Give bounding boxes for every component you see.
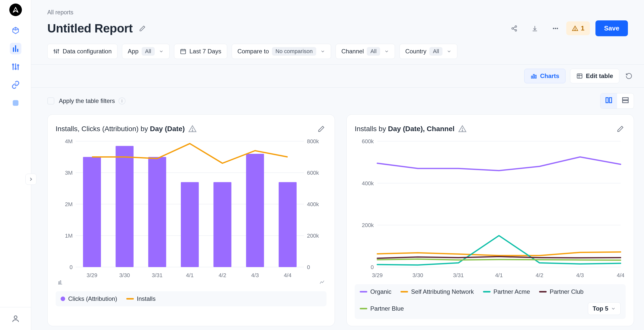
- svg-point-11: [515, 26, 517, 27]
- share-button[interactable]: [509, 23, 519, 34]
- nav-item-app[interactable]: [10, 97, 21, 109]
- more-button[interactable]: [550, 23, 561, 34]
- apply-table-filters-checkbox[interactable]: [47, 97, 54, 104]
- legend-swatch: [61, 297, 65, 301]
- app-filter[interactable]: App All: [122, 44, 170, 59]
- refresh-button[interactable]: [624, 71, 634, 81]
- data-configuration-label: Data configuration: [63, 48, 112, 55]
- nav-item-link[interactable]: [10, 79, 21, 91]
- nav-item-sliders[interactable]: [10, 61, 21, 72]
- legend-swatch: [400, 291, 408, 292]
- svg-point-20: [575, 29, 575, 30]
- legend-item[interactable]: Partner Blue: [360, 305, 404, 312]
- chart-right-legend: OrganicSelf Attributing NetworkPartner A…: [355, 284, 626, 319]
- rename-button[interactable]: [137, 23, 148, 34]
- svg-text:400k: 400k: [362, 180, 374, 187]
- edit-table-button[interactable]: Edit table: [570, 69, 619, 83]
- svg-rect-9: [13, 100, 18, 106]
- svg-text:3/31: 3/31: [453, 272, 464, 278]
- svg-text:4/3: 4/3: [576, 272, 584, 278]
- country-filter[interactable]: Country All: [399, 44, 458, 59]
- legend-label: Clicks (Attribution): [68, 295, 117, 302]
- save-button[interactable]: Save: [595, 20, 628, 36]
- chart-options-row: Apply the table filters i: [31, 88, 644, 114]
- data-configuration-button[interactable]: Data configuration: [47, 44, 117, 59]
- chart-left-edit-button[interactable]: [316, 124, 327, 134]
- info-icon[interactable]: i: [118, 97, 126, 104]
- svg-text:600k: 600k: [307, 170, 319, 176]
- compare-value: No comparison: [272, 47, 316, 56]
- svg-rect-39: [623, 98, 628, 100]
- charts-row: Installs, Clicks (Attribution) by Day (D…: [31, 114, 644, 330]
- svg-text:800k: 800k: [307, 139, 319, 144]
- nav-item-analytics[interactable]: [10, 43, 21, 54]
- svg-text:4/2: 4/2: [536, 272, 543, 278]
- svg-text:4/4: 4/4: [284, 272, 291, 278]
- chart-card-right: Installs by Day (Date), Channel 0200k400…: [346, 114, 634, 326]
- layout-columns[interactable]: [600, 93, 617, 108]
- svg-point-16: [553, 28, 554, 29]
- country-value: All: [429, 47, 442, 56]
- svg-point-7: [15, 68, 16, 69]
- download-button[interactable]: [530, 23, 540, 34]
- top-n-selector[interactable]: Top 5: [588, 302, 621, 315]
- warnings-pill[interactable]: 1: [566, 21, 590, 35]
- svg-text:3/30: 3/30: [413, 272, 423, 278]
- svg-rect-60: [148, 157, 166, 267]
- date-range-filter[interactable]: Last 7 Days: [174, 44, 227, 59]
- rail-expand-button[interactable]: [25, 174, 36, 185]
- chevron-down-icon: [611, 306, 616, 311]
- svg-rect-73: [59, 282, 59, 284]
- svg-rect-33: [535, 75, 536, 78]
- compare-label: Compare to: [237, 48, 269, 55]
- svg-rect-64: [279, 182, 297, 267]
- layout-rows[interactable]: [617, 93, 634, 108]
- svg-rect-74: [60, 281, 61, 284]
- svg-text:4/3: 4/3: [251, 272, 259, 278]
- svg-rect-61: [181, 182, 199, 267]
- chart-right-warning-icon[interactable]: [458, 125, 467, 133]
- svg-text:4/2: 4/2: [219, 272, 226, 278]
- legend-item[interactable]: Self Attributing Network: [400, 288, 474, 295]
- legend-label: Self Attributing Network: [411, 288, 474, 295]
- svg-rect-27: [181, 49, 186, 54]
- legend-item[interactable]: Clicks (Attribution): [61, 295, 117, 302]
- chart-left-plot: 01M2M3M4M0200k400k600k800k3/293/303/314/…: [56, 139, 327, 280]
- svg-rect-31: [531, 76, 532, 78]
- svg-line-15: [513, 29, 515, 30]
- svg-point-6: [12, 64, 13, 65]
- top-n-label: Top 5: [593, 305, 608, 312]
- chart-right-plot: 0200k400k600k3/293/303/314/14/24/34/4: [355, 139, 626, 280]
- chart-right-edit-button[interactable]: [615, 124, 626, 134]
- legend-swatch: [360, 291, 367, 292]
- page-title: Untitled Report: [47, 21, 133, 35]
- svg-point-10: [14, 316, 17, 319]
- legend-item[interactable]: Installs: [126, 295, 156, 302]
- nav-item-cube[interactable]: [10, 25, 21, 36]
- svg-text:1M: 1M: [65, 233, 72, 239]
- svg-line-14: [513, 27, 515, 28]
- svg-point-24: [54, 50, 55, 51]
- compare-filter[interactable]: Compare to No comparison: [232, 44, 331, 59]
- brand-logo[interactable]: [9, 4, 22, 16]
- chart-left-title: Installs, Clicks (Attribution) by Day (D…: [56, 125, 185, 133]
- svg-text:3/31: 3/31: [152, 272, 163, 278]
- svg-rect-34: [577, 74, 582, 78]
- legend-item[interactable]: Organic: [360, 288, 391, 295]
- legend-item[interactable]: Partner Acme: [483, 288, 530, 295]
- svg-text:4/4: 4/4: [617, 272, 624, 278]
- svg-text:600k: 600k: [362, 139, 374, 144]
- chart-card-left: Installs, Clicks (Attribution) by Day (D…: [47, 114, 335, 326]
- nav-account[interactable]: [0, 307, 31, 330]
- chart-right-title: Installs by Day (Date), Channel: [355, 125, 455, 133]
- legend-item[interactable]: Partner Club: [539, 288, 584, 295]
- channel-filter[interactable]: Channel All: [336, 44, 395, 59]
- svg-point-26: [58, 49, 59, 50]
- charts-view-button[interactable]: Charts: [524, 69, 566, 83]
- breadcrumb[interactable]: All reports: [47, 9, 628, 16]
- svg-text:0: 0: [307, 264, 310, 270]
- chart-left-warning-icon[interactable]: [188, 125, 197, 133]
- svg-text:200k: 200k: [307, 233, 319, 239]
- svg-text:0: 0: [371, 264, 374, 270]
- svg-point-8: [17, 65, 18, 66]
